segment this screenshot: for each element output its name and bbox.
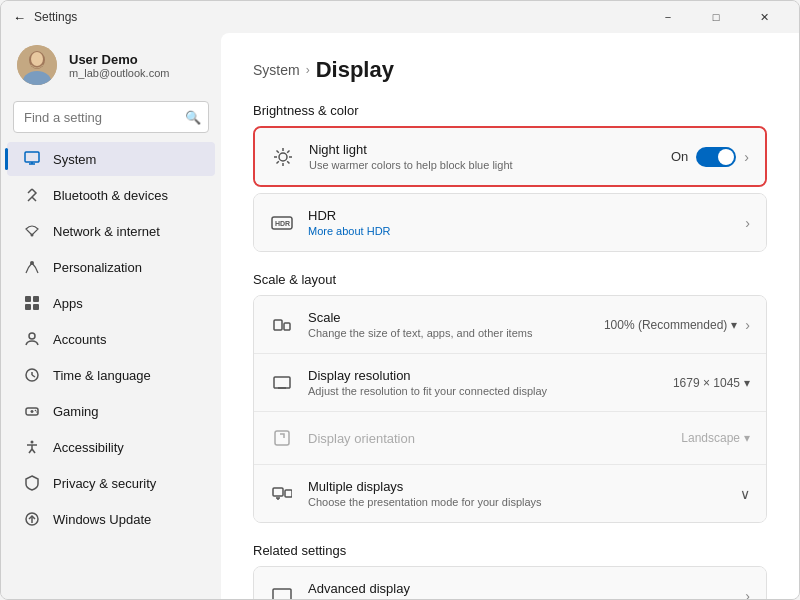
display-orientation-dropdown: Landscape ▾	[681, 431, 750, 445]
scale-dropdown[interactable]: 100% (Recommended) ▾	[604, 318, 737, 332]
svg-point-22	[31, 441, 34, 444]
nav-personalization[interactable]: Personalization	[7, 250, 215, 284]
display-resolution-control: 1679 × 1045 ▾	[673, 376, 750, 390]
time-icon	[23, 366, 41, 384]
svg-text:HDR: HDR	[275, 220, 290, 227]
multiple-displays-expand[interactable]: ∨	[740, 486, 750, 502]
nav-accessibility-label: Accessibility	[53, 440, 124, 455]
nav-privacy-label: Privacy & security	[53, 476, 156, 491]
svg-rect-49	[273, 589, 291, 600]
user-email: m_lab@outlook.com	[69, 67, 169, 79]
display-orientation-value: Landscape	[681, 431, 740, 445]
hdr-link[interactable]: More about HDR	[308, 225, 391, 237]
search-input[interactable]	[13, 101, 209, 133]
network-icon	[23, 222, 41, 240]
nav-windows-update-label: Windows Update	[53, 512, 151, 527]
accessibility-icon	[23, 438, 41, 456]
display-resolution-label: Display resolution	[308, 368, 659, 383]
settings-window: ← Settings − □ ✕	[0, 0, 800, 600]
svg-line-34	[277, 150, 279, 152]
display-orientation-label: Display orientation	[308, 431, 667, 446]
scale-label: Scale	[308, 310, 590, 325]
scale-row[interactable]: Scale Change the size of text, apps, and…	[254, 296, 766, 354]
svg-rect-12	[33, 304, 39, 310]
nav-system[interactable]: System	[7, 142, 215, 176]
svg-rect-44	[275, 431, 289, 445]
section-scale-title: Scale & layout	[253, 272, 767, 287]
night-light-control: On ›	[671, 147, 749, 167]
nav-time[interactable]: Time & language	[7, 358, 215, 392]
display-resolution-desc: Adjust the resolution to fit your connec…	[308, 385, 659, 397]
main-content: System › Display Brightness & color Nigh…	[221, 33, 799, 599]
advanced-display-row[interactable]: Advanced display Display information, re…	[254, 567, 766, 599]
user-name: User Demo	[69, 52, 169, 67]
scale-icon	[270, 313, 294, 337]
nav-accessibility[interactable]: Accessibility	[7, 430, 215, 464]
gaming-icon	[23, 402, 41, 420]
nav-windows-update[interactable]: Windows Update	[7, 502, 215, 536]
scale-text: Scale Change the size of text, apps, and…	[308, 310, 590, 339]
scale-arrow: ›	[745, 317, 750, 333]
nav-network[interactable]: Network & internet	[7, 214, 215, 248]
nav-personalization-label: Personalization	[53, 260, 142, 275]
user-profile[interactable]: User Demo m_lab@outlook.com	[1, 33, 221, 97]
windows-update-icon	[23, 510, 41, 528]
night-light-label: Night light	[309, 142, 657, 157]
nav-bluetooth-label: Bluetooth & devices	[53, 188, 168, 203]
nav-bluetooth[interactable]: Bluetooth & devices	[7, 178, 215, 212]
hdr-row[interactable]: HDR HDR More about HDR ›	[254, 194, 766, 251]
accounts-icon	[23, 330, 41, 348]
titlebar: ← Settings − □ ✕	[1, 1, 799, 33]
titlebar-title: Settings	[34, 10, 77, 24]
nav-accounts[interactable]: Accounts	[7, 322, 215, 356]
display-resolution-value: 1679 × 1045	[673, 376, 740, 390]
avatar	[17, 45, 57, 85]
personalization-icon	[23, 258, 41, 276]
night-light-group: Night light Use warmer colors to help bl…	[253, 126, 767, 187]
svg-rect-41	[284, 323, 290, 330]
svg-rect-4	[25, 152, 39, 162]
svg-point-20	[35, 410, 37, 412]
nav-apps[interactable]: Apps	[7, 286, 215, 320]
advanced-display-text: Advanced display Display information, re…	[308, 581, 731, 599]
hdr-group: HDR HDR More about HDR ›	[253, 193, 767, 252]
night-light-row[interactable]: Night light Use warmer colors to help bl…	[255, 128, 765, 185]
night-light-toggle[interactable]	[696, 147, 736, 167]
titlebar-controls: − □ ✕	[645, 2, 787, 32]
svg-point-7	[31, 234, 34, 237]
svg-line-36	[287, 150, 289, 152]
scale-desc: Change the size of text, apps, and other…	[308, 327, 590, 339]
nav-privacy[interactable]: Privacy & security	[7, 466, 215, 500]
svg-line-37	[277, 161, 279, 163]
display-orientation-row[interactable]: Display orientation Landscape ▾	[254, 412, 766, 465]
display-orientation-text: Display orientation	[308, 431, 667, 446]
hdr-label: HDR	[308, 208, 731, 223]
scale-control: 100% (Recommended) ▾ ›	[604, 317, 750, 333]
toggle-thumb	[718, 149, 734, 165]
hdr-icon: HDR	[270, 211, 294, 235]
hdr-text: HDR More about HDR	[308, 208, 731, 237]
nav-time-label: Time & language	[53, 368, 151, 383]
night-light-text: Night light Use warmer colors to help bl…	[309, 142, 657, 171]
svg-point-21	[36, 411, 38, 413]
titlebar-left: ← Settings	[13, 10, 77, 25]
display-resolution-row[interactable]: Display resolution Adjust the resolution…	[254, 354, 766, 412]
nav-apps-label: Apps	[53, 296, 83, 311]
nav-gaming-label: Gaming	[53, 404, 99, 419]
close-button[interactable]: ✕	[741, 2, 787, 32]
nav-network-label: Network & internet	[53, 224, 160, 239]
minimize-button[interactable]: −	[645, 2, 691, 32]
related-settings-group: Advanced display Display information, re…	[253, 566, 767, 599]
display-resolution-chevron: ▾	[744, 376, 750, 390]
multiple-displays-row[interactable]: Multiple displays Choose the presentatio…	[254, 465, 766, 522]
hdr-desc: More about HDR	[308, 225, 731, 237]
nav-gaming[interactable]: Gaming	[7, 394, 215, 428]
multiple-displays-label: Multiple displays	[308, 479, 726, 494]
privacy-icon	[23, 474, 41, 492]
display-resolution-text: Display resolution Adjust the resolution…	[308, 368, 659, 397]
sidebar: User Demo m_lab@outlook.com 🔍 System	[1, 33, 221, 599]
display-resolution-dropdown[interactable]: 1679 × 1045 ▾	[673, 376, 750, 390]
maximize-button[interactable]: □	[693, 2, 739, 32]
display-orientation-icon	[270, 426, 294, 450]
night-light-on-label: On	[671, 149, 688, 164]
